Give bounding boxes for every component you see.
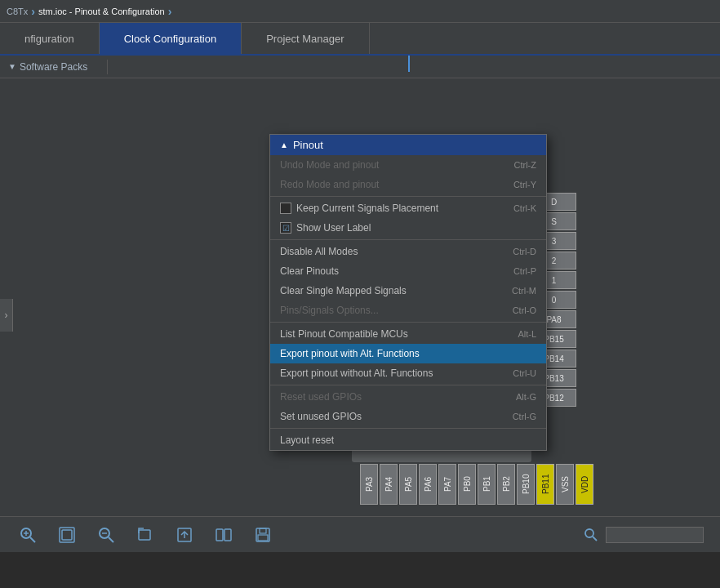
svg-rect-5 [62,530,72,540]
breadcrumb-separator-2: › [168,5,172,18]
svg-rect-12 [216,529,223,541]
columns-button[interactable] [212,523,235,546]
subtab-label-1: Software Packs [20,61,87,73]
menu-divider-4 [270,385,546,385]
export-button[interactable] [173,523,196,546]
bottom-pins-container: PA3 PA4 PA5 PA6 PA7 PB0 PB1 PB2 PB10 PB1… [360,462,593,505]
fit-view-button[interactable] [56,523,78,546]
breadcrumb-separator: › [31,5,35,18]
menu-divider-1 [270,196,546,197]
menu-divider-3 [270,322,546,323]
pin-pb11: PB11 [536,464,554,505]
svg-rect-15 [260,528,266,533]
breadcrumb-item-1[interactable]: C8Tx [7,7,28,16]
dropdown-header-label: Pinout [293,139,323,151]
sidebar-collapse-arrow[interactable]: › [0,299,13,332]
tab-clock-configuration[interactable]: Clock Configuration [100,23,242,54]
menu-divider-5 [270,428,546,429]
search-input[interactable] [606,527,704,543]
tab-label-3: Project Manager [266,33,344,45]
search-area [580,523,704,546]
menu-clear-single[interactable]: Clear Single Mapped Signals Ctrl-M [270,281,546,301]
zoom-in-button[interactable] [16,523,39,546]
breadcrumb-text-1: C8Tx [7,7,28,16]
menu-list-compatible[interactable]: List Pinout Compatible MCUs Alt-L [270,324,546,344]
checkbox-keep-placement: □ [280,203,291,214]
dropdown-header[interactable]: ▲ Pinout [270,135,546,155]
svg-line-18 [593,537,597,541]
breadcrumb-item-2[interactable]: stm.ioc - Pinout & Configuration [38,7,165,16]
svg-point-17 [585,529,593,537]
menu-set-gpios[interactable]: Set unused GPIOs Ctrl-G [270,407,546,426]
pin-pb1: PB1 [478,464,496,505]
breadcrumb-bar: C8Tx › stm.ioc - Pinout & Configuration … [0,0,720,23]
checkbox-user-label: ☑ [280,222,291,234]
pin-pa4: PA4 [380,464,398,505]
subtab-software-packs[interactable]: ▼ Software Packs [8,61,87,73]
pin-pa5: PA5 [399,464,417,505]
tab-label-1: nfiguration [24,33,74,45]
menu-clear-pinouts[interactable]: Clear Pinouts Ctrl-P [270,261,546,281]
tab-bar: nfiguration Clock Configuration Project … [0,23,720,56]
rotate-button[interactable] [134,523,157,546]
pin-pb2: PB2 [497,464,515,505]
svg-line-1 [30,537,35,542]
main-content: › VDD VSS PB9 PB8 VBAT PC13-... PC14-...… [0,78,720,552]
menu-pins-options[interactable]: Pins/Signals Options... Ctrl-O [270,301,546,320]
pin-pa6: PA6 [419,464,437,505]
menu-keep-placement[interactable]: □ Keep Current Signals Placement Ctrl-K [270,198,546,218]
tab-label-2: Clock Configuration [124,33,216,45]
tab-project-manager[interactable]: Project Manager [242,23,369,54]
tab-configuration[interactable]: nfiguration [0,23,100,54]
menu-export-without-alt[interactable]: Export pinout without Alt. Functions Ctr… [270,363,546,383]
pin-pb0: PB0 [458,464,476,505]
save-button[interactable] [251,523,274,546]
menu-disable-modes[interactable]: Disable All Modes Ctrl-D [270,242,546,261]
svg-rect-9 [139,530,150,540]
menu-reset-gpios[interactable]: Reset used GPIOs Alt-G [270,387,546,407]
menu-undo[interactable]: Undo Mode and pinout Ctrl-Z [270,155,546,175]
bottom-toolbar [0,516,720,552]
breadcrumb-text-2: stm.ioc - Pinout & Configuration [38,7,165,16]
menu-divider-2 [270,239,546,240]
svg-rect-16 [258,535,268,541]
pin-pa7: PA7 [438,464,456,505]
svg-rect-13 [224,529,231,541]
pin-pa3: PA3 [360,464,378,505]
menu-export-with-alt[interactable]: Export pinout with Alt. Functions [270,344,546,363]
zoom-out-button[interactable] [95,523,118,546]
search-icon [580,523,602,546]
pin-vss-bottom: VSS [556,464,574,505]
pinout-dropdown-menu: ▲ Pinout Undo Mode and pinout Ctrl-Z Red… [269,134,547,451]
pin-vdd-bottom: VDD [576,464,593,505]
menu-show-user-label[interactable]: ☑ Show User Label [270,218,546,238]
sub-tab-bar: ▼ Software Packs [0,56,720,78]
menu-redo[interactable]: Redo Mode and pinout Ctrl-Y [270,175,546,194]
svg-line-7 [109,537,113,542]
menu-layout-reset[interactable]: Layout reset [270,430,546,450]
pin-pb10: PB10 [517,464,535,505]
